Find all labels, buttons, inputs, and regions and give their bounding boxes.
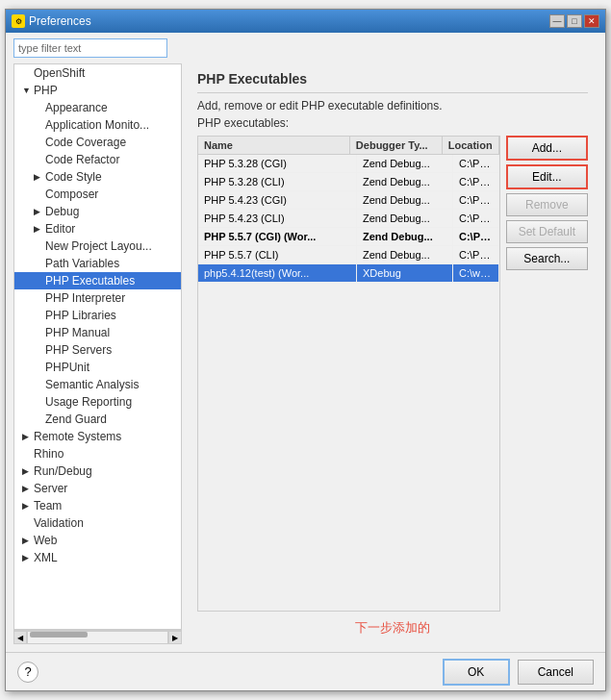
main-panels: OpenShift▼PHPAppearanceApplication Monit… [6, 63, 605, 652]
tree-item-appearance[interactable]: Appearance [14, 99, 181, 116]
table-section: Name Debugger Ty... Location PHP 5.3.28 … [197, 136, 588, 612]
right-panel: PHP Executables Add, remove or edit PHP … [188, 63, 598, 644]
tree-item-phpunit[interactable]: PHPUnit [14, 359, 181, 376]
tree-item-phpinterpreter[interactable]: PHP Interpreter [14, 289, 181, 307]
tree-item-web[interactable]: ▶Web [14, 532, 181, 549]
bottom-bar: ? OK Cancel [6, 652, 605, 690]
content-area: OpenShift▼PHPAppearanceApplication Monit… [6, 33, 605, 652]
table-row[interactable]: PHP 5.5.7 (CGI) (Wor...Zend Debug...C:\P… [198, 228, 499, 246]
tree-item-label: PHP Libraries [45, 309, 116, 322]
cell-name: PHP 5.4.23 (CLI) [198, 210, 357, 227]
table-header: Name Debugger Ty... Location [198, 137, 499, 155]
tree-arrow-icon: ▶ [22, 432, 32, 441]
tree-arrow-icon: ▶ [22, 553, 32, 562]
tree-item-label: PHP [34, 84, 58, 97]
table-row[interactable]: PHP 5.4.23 (CGI)Zend Debug...C:\Prograr.… [198, 191, 499, 210]
add-button[interactable]: Add... [506, 136, 588, 161]
cell-name: PHP 5.5.7 (CGI) (Wor... [198, 228, 357, 245]
tree-item-coderefactor[interactable]: Code Refactor [14, 151, 181, 168]
tree-item-phpexecutables[interactable]: PHP Executables [14, 272, 181, 289]
tree-item-phpservers[interactable]: PHP Servers [14, 341, 181, 359]
tree-panel: OpenShift▼PHPAppearanceApplication Monit… [13, 63, 182, 630]
tree-item-label: Code Refactor [45, 153, 119, 166]
scroll-right-arrow[interactable]: ▶ [168, 631, 182, 644]
cell-debugger: Zend Debug... [357, 246, 453, 263]
tree-item-phpmanual[interactable]: PHP Manual [14, 324, 181, 341]
preferences-window: ⚙ Preferences — □ ✕ OpenShift▼PHPAppeara… [5, 9, 606, 691]
tree-item-label: Validation [34, 516, 84, 530]
tree-item-server[interactable]: ▶Server [14, 480, 181, 497]
tree-item-team[interactable]: ▶Team [14, 497, 181, 514]
tree-item-xml[interactable]: ▶XML [14, 549, 181, 566]
tree-item-openshift[interactable]: OpenShift [14, 64, 181, 82]
tree-item-remotesystems[interactable]: ▶Remote Systems [14, 428, 181, 445]
tree-item-usagereporting[interactable]: Usage Reporting [14, 393, 181, 411]
cell-debugger: Zend Debug... [357, 228, 453, 245]
tree-item-composer[interactable]: Composer [14, 186, 181, 203]
help-button[interactable]: ? [17, 662, 38, 683]
tree-item-newprojectlayout[interactable]: New Project Layou... [14, 238, 181, 255]
table-row[interactable]: PHP 5.4.23 (CLI)Zend Debug...C:\Prograr.… [198, 210, 499, 228]
tree-item-codecoverage[interactable]: Code Coverage [14, 134, 181, 151]
remove-button[interactable]: Remove [506, 193, 588, 216]
tree-item-semanticanalysis[interactable]: Semantic Analysis [14, 376, 181, 393]
search-button[interactable]: Search... [506, 247, 588, 270]
tree-item-label: PHP Servers [45, 343, 112, 357]
annotation: 下一步添加的 [188, 612, 598, 644]
tree-item-label: Team [34, 499, 62, 512]
tree-arrow-icon: ▶ [22, 501, 32, 511]
cancel-button[interactable]: Cancel [518, 660, 594, 685]
cell-debugger: Zend Debug... [357, 210, 453, 227]
window-controls: — □ ✕ [549, 14, 599, 28]
table-row[interactable]: php5.4.12(test) (Wor...XDebugC:\wamp\ [198, 264, 499, 283]
tree-item-label: Semantic Analysis [45, 378, 139, 391]
col-location: Location [443, 137, 499, 154]
title-bar: ⚙ Preferences — □ ✕ [6, 10, 605, 33]
tree-item-label: OpenShift [34, 66, 85, 80]
ok-button[interactable]: OK [443, 659, 510, 686]
table-row[interactable]: PHP 5.3.28 (CLI)Zend Debug...C:\Prograr.… [198, 173, 499, 191]
executables-table: Name Debugger Ty... Location PHP 5.3.28 … [197, 136, 500, 612]
right-header: PHP Executables Add, remove or edit PHP … [188, 63, 598, 136]
tree-item-pathvariables[interactable]: Path Variables [14, 255, 181, 272]
minimize-button[interactable]: — [549, 14, 565, 28]
tree-item-appmonitor[interactable]: Application Monito... [14, 116, 181, 134]
tree-item-label: Path Variables [45, 257, 119, 270]
tree-item-label: PHP Interpreter [45, 291, 125, 305]
cell-name: PHP 5.3.28 (CGI) [198, 155, 357, 172]
tree-item-label: Run/Debug [34, 464, 92, 478]
cell-debugger: XDebug [357, 264, 453, 282]
tree-item-label: Server [34, 482, 67, 495]
tree-item-rhino[interactable]: Rhino [14, 445, 181, 462]
scroll-left-arrow[interactable]: ◀ [13, 631, 27, 644]
edit-button[interactable]: Edit... [506, 164, 588, 189]
tree-item-label: Remote Systems [34, 430, 121, 443]
tree-item-codestyle[interactable]: ▶Code Style [14, 168, 181, 186]
tree-item-label: Debug [45, 205, 79, 218]
set-default-button[interactable]: Set Default [506, 220, 588, 243]
tree-item-label: Composer [45, 188, 98, 201]
maximize-button[interactable]: □ [567, 14, 582, 28]
search-input[interactable] [13, 38, 167, 58]
tree-item-rundebug[interactable]: ▶Run/Debug [14, 462, 181, 480]
tree-item-phplibraries[interactable]: PHP Libraries [14, 307, 181, 324]
tree-item-label: Appearance [45, 101, 108, 114]
cell-location: C:\wamp\ [453, 264, 499, 282]
table-row[interactable]: PHP 5.5.7 (CLI)Zend Debug...C:\Prograr..… [198, 246, 499, 264]
tree-arrow-icon: ▶ [34, 207, 43, 216]
tree-item-php[interactable]: ▼PHP [14, 82, 181, 99]
tree-item-debug[interactable]: ▶Debug [14, 203, 181, 220]
tree-item-label: Code Style [45, 170, 102, 184]
cell-debugger: Zend Debug... [357, 191, 453, 209]
search-bar [6, 33, 605, 63]
cell-name: PHP 5.4.23 (CGI) [198, 191, 357, 209]
tree-item-editor[interactable]: ▶Editor [14, 220, 181, 238]
tree-item-zendguard[interactable]: Zend Guard [14, 411, 181, 428]
table-row[interactable]: PHP 5.3.28 (CGI)Zend Debug...C:\Prograr.… [198, 155, 499, 173]
left-scrollbar-area: ◀ ▶ [13, 630, 182, 644]
tree-arrow-icon: ▶ [34, 224, 43, 234]
horizontal-scrollbar[interactable] [27, 631, 168, 644]
panel-description: Add, remove or edit PHP executable defin… [197, 99, 588, 112]
tree-item-validation[interactable]: Validation [14, 514, 181, 532]
close-button[interactable]: ✕ [584, 14, 599, 28]
